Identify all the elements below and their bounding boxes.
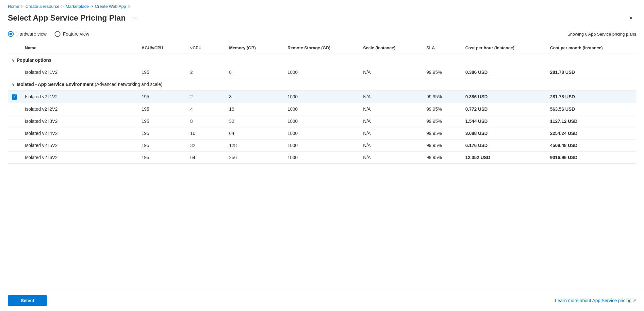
group-label-isolated: ∨Isolated - App Service Environment (Adv… bbox=[8, 78, 636, 90]
breadcrumb-sep-3: > bbox=[91, 4, 93, 9]
breadcrumb-create-web-app[interactable]: Create Web App bbox=[95, 4, 126, 9]
cell-cost_month-isolated-i6v2: 9016.96 USD bbox=[546, 151, 636, 163]
group-row-popular[interactable]: ∨Popular options bbox=[8, 54, 636, 66]
hardware-view-label: Hardware view bbox=[16, 31, 47, 37]
breadcrumb-create-resource[interactable]: Create a resource bbox=[25, 4, 59, 9]
feature-view-radio[interactable]: Feature view bbox=[55, 31, 89, 37]
table-row-isolated-i1v2[interactable]: Isolated v2 I1V2195281000N/A99.95%0.386 … bbox=[8, 90, 636, 103]
breadcrumb-marketplace[interactable]: Marketplace bbox=[66, 4, 89, 9]
cell-vcpu-isolated-i2v2: 4 bbox=[186, 103, 225, 115]
table-row-isolated-i6v2[interactable]: Isolated v2 I6V2195642561000N/A99.95%12.… bbox=[8, 151, 636, 163]
cell-cost_hour-isolated-i2v2: 0.772 USD bbox=[461, 103, 546, 115]
cell-scale-popular-i1v2: N/A bbox=[359, 66, 422, 78]
group-label-popular: ∨Popular options bbox=[8, 54, 636, 66]
cell-name-isolated-i1v2: Isolated v2 I1V2 bbox=[21, 90, 138, 103]
cell-vcpu-isolated-i3v2: 8 bbox=[186, 115, 225, 127]
hardware-view-radio-circle bbox=[8, 31, 14, 37]
checkbox-cell-isolated-i3v2[interactable] bbox=[8, 115, 21, 127]
breadcrumb-sep-1: > bbox=[21, 4, 24, 9]
cell-scale-isolated-i3v2: N/A bbox=[359, 115, 422, 127]
learn-more-link[interactable]: Learn more about App Service pricing ↗ bbox=[555, 298, 636, 303]
cell-vcpu-isolated-i4v2: 16 bbox=[186, 127, 225, 139]
cell-sla-isolated-i1v2: 99.95% bbox=[422, 90, 461, 103]
cell-storage-popular-i1v2: 1000 bbox=[284, 66, 359, 78]
cell-cost_month-isolated-i4v2: 2254.24 USD bbox=[546, 127, 636, 139]
col-header-cost-month: Cost per month (instance) bbox=[546, 42, 636, 54]
cell-storage-isolated-i2v2: 1000 bbox=[284, 103, 359, 115]
breadcrumb-sep-2: > bbox=[61, 4, 64, 9]
feature-view-label: Feature view bbox=[63, 31, 89, 37]
cell-cost_month-isolated-i3v2: 1127.12 USD bbox=[546, 115, 636, 127]
cell-storage-isolated-i1v2: 1000 bbox=[284, 90, 359, 103]
checkbox-cell-isolated-i2v2[interactable] bbox=[8, 103, 21, 115]
col-header-storage: Remote Storage (GB) bbox=[284, 42, 359, 54]
table-row-isolated-i2v2[interactable]: Isolated v2 I2V21954161000N/A99.95%0.772… bbox=[8, 103, 636, 115]
cell-sla-popular-i1v2: 99.95% bbox=[422, 66, 461, 78]
cell-sla-isolated-i5v2: 99.95% bbox=[422, 139, 461, 151]
page-header: Select App Service Pricing Plan ··· × bbox=[0, 10, 644, 28]
col-header-memory: Memory (GB) bbox=[225, 42, 284, 54]
page-title: Select App Service Pricing Plan bbox=[8, 13, 126, 23]
cell-storage-isolated-i3v2: 1000 bbox=[284, 115, 359, 127]
chevron-icon-popular: ∨ bbox=[12, 58, 15, 63]
pricing-table: Name ACU/vCPU vCPU Memory (GB) Remote St… bbox=[8, 42, 636, 164]
cell-name-isolated-i5v2: Isolated v2 I5V2 bbox=[21, 139, 138, 151]
cell-scale-isolated-i1v2: N/A bbox=[359, 90, 422, 103]
checkbox-cell-popular-i1v2[interactable] bbox=[8, 66, 21, 78]
feature-view-radio-circle bbox=[55, 31, 60, 37]
select-button[interactable]: Select bbox=[8, 295, 47, 306]
checkbox-checked-isolated-i1v2 bbox=[12, 94, 17, 100]
cell-cost_hour-isolated-i6v2: 12.352 USD bbox=[461, 151, 546, 163]
cell-acu-isolated-i6v2: 195 bbox=[138, 151, 186, 163]
checkbox-cell-isolated-i4v2[interactable] bbox=[8, 127, 21, 139]
cell-sla-isolated-i6v2: 99.95% bbox=[422, 151, 461, 163]
cell-cost_month-popular-i1v2: 281.78 USD bbox=[546, 66, 636, 78]
ellipsis-button[interactable]: ··· bbox=[130, 13, 139, 23]
cell-cost_month-isolated-i1v2: 281.78 USD bbox=[546, 90, 636, 103]
cell-scale-isolated-i6v2: N/A bbox=[359, 151, 422, 163]
cell-name-isolated-i3v2: Isolated v2 I3V2 bbox=[21, 115, 138, 127]
cell-cost_hour-isolated-i1v2: 0.386 USD bbox=[461, 90, 546, 103]
cell-memory-isolated-i5v2: 128 bbox=[225, 139, 284, 151]
cell-name-isolated-i4v2: Isolated v2 I4V2 bbox=[21, 127, 138, 139]
cell-scale-isolated-i4v2: N/A bbox=[359, 127, 422, 139]
cell-cost_hour-popular-i1v2: 0.386 USD bbox=[461, 66, 546, 78]
cell-memory-isolated-i1v2: 8 bbox=[225, 90, 284, 103]
checkbox-cell-isolated-i6v2[interactable] bbox=[8, 151, 21, 163]
cell-memory-isolated-i3v2: 32 bbox=[225, 115, 284, 127]
cell-scale-isolated-i2v2: N/A bbox=[359, 103, 422, 115]
cell-name-popular-i1v2: Isolated v2 I1V2 bbox=[21, 66, 138, 78]
table-container: Name ACU/vCPU vCPU Memory (GB) Remote St… bbox=[0, 42, 644, 290]
table-row-isolated-i5v2[interactable]: Isolated v2 I5V2195321281000N/A99.95%6.1… bbox=[8, 139, 636, 151]
cell-cost_month-isolated-i2v2: 563.56 USD bbox=[546, 103, 636, 115]
cell-cost_hour-isolated-i4v2: 3.088 USD bbox=[461, 127, 546, 139]
table-body: ∨Popular optionsIsolated v2 I1V219528100… bbox=[8, 54, 636, 163]
cell-acu-isolated-i5v2: 195 bbox=[138, 139, 186, 151]
cell-vcpu-popular-i1v2: 2 bbox=[186, 66, 225, 78]
cell-vcpu-isolated-i1v2: 2 bbox=[186, 90, 225, 103]
cell-cost_month-isolated-i5v2: 4508.48 USD bbox=[546, 139, 636, 151]
cell-name-isolated-i2v2: Isolated v2 I2V2 bbox=[21, 103, 138, 115]
chevron-icon-isolated: ∨ bbox=[12, 82, 15, 87]
close-button[interactable]: × bbox=[626, 13, 636, 23]
breadcrumb-home[interactable]: Home bbox=[8, 4, 19, 9]
table-header-row: Name ACU/vCPU vCPU Memory (GB) Remote St… bbox=[8, 42, 636, 54]
group-row-isolated[interactable]: ∨Isolated - App Service Environment (Adv… bbox=[8, 78, 636, 90]
cell-storage-isolated-i4v2: 1000 bbox=[284, 127, 359, 139]
table-row-popular-i1v2[interactable]: Isolated v2 I1V2195281000N/A99.95%0.386 … bbox=[8, 66, 636, 78]
breadcrumb-sep-4: > bbox=[128, 4, 130, 9]
page-title-row: Select App Service Pricing Plan ··· bbox=[8, 13, 139, 23]
learn-more-text: Learn more about App Service pricing bbox=[555, 298, 632, 303]
hardware-view-radio[interactable]: Hardware view bbox=[8, 31, 47, 37]
checkbox-cell-isolated-i1v2[interactable] bbox=[8, 90, 21, 103]
cell-memory-isolated-i6v2: 256 bbox=[225, 151, 284, 163]
checkbox-cell-isolated-i5v2[interactable] bbox=[8, 139, 21, 151]
cell-sla-isolated-i3v2: 99.95% bbox=[422, 115, 461, 127]
cell-acu-isolated-i1v2: 195 bbox=[138, 90, 186, 103]
cell-cost_hour-isolated-i5v2: 6.176 USD bbox=[461, 139, 546, 151]
cell-acu-isolated-i3v2: 195 bbox=[138, 115, 186, 127]
cell-acu-isolated-i4v2: 195 bbox=[138, 127, 186, 139]
table-row-isolated-i4v2[interactable]: Isolated v2 I4V219516641000N/A99.95%3.08… bbox=[8, 127, 636, 139]
table-row-isolated-i3v2[interactable]: Isolated v2 I3V21958321000N/A99.95%1.544… bbox=[8, 115, 636, 127]
col-header-acu: ACU/vCPU bbox=[138, 42, 186, 54]
